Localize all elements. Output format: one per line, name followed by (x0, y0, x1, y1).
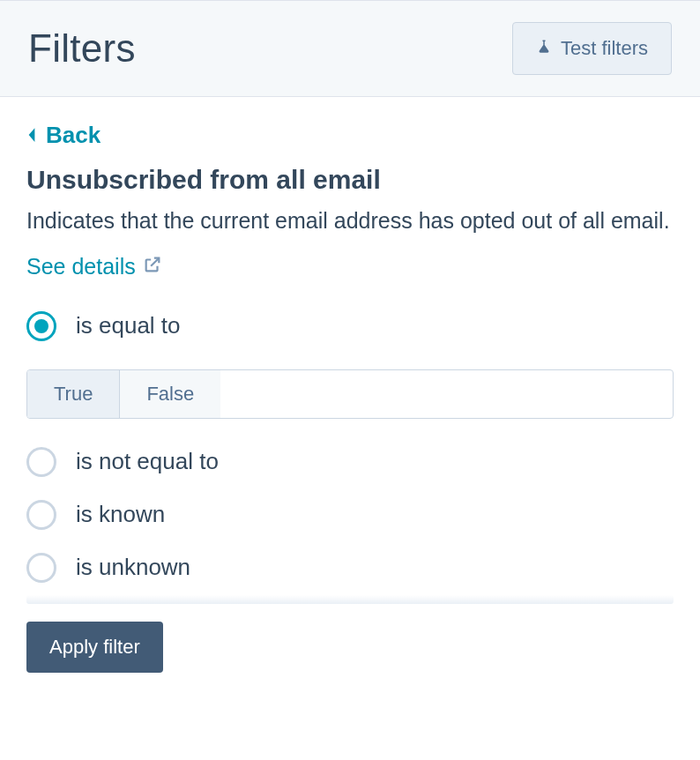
radio-is-known[interactable]: is known (26, 500, 674, 530)
test-filters-button[interactable]: Test filters (512, 22, 672, 75)
radio-indicator (26, 311, 56, 341)
radio-is-not-equal-to[interactable]: is not equal to (26, 447, 674, 477)
header-bar: Filters Test filters (0, 0, 700, 97)
radio-label: is unknown (76, 554, 190, 581)
scroll-fade (26, 595, 674, 604)
radio-label: is known (76, 501, 165, 528)
chevron-left-icon (26, 122, 37, 149)
radio-indicator (26, 447, 56, 477)
back-link[interactable]: Back (26, 122, 101, 149)
test-filters-label: Test filters (561, 37, 648, 60)
page-title: Filters (28, 26, 136, 71)
back-label: Back (46, 122, 101, 149)
operator-radio-group: is equal to True False is not equal to i… (26, 311, 674, 583)
radio-is-unknown[interactable]: is unknown (26, 553, 674, 583)
radio-is-equal-to[interactable]: is equal to (26, 311, 674, 341)
filter-description: Indicates that the current email address… (26, 204, 674, 238)
radio-indicator (26, 553, 56, 583)
filter-title: Unsubscribed from all email (26, 165, 674, 195)
apply-filter-button[interactable]: Apply filter (26, 622, 163, 673)
see-details-label: See details (26, 254, 136, 279)
content-area: Back Unsubscribed from all email Indicat… (0, 97, 700, 690)
radio-label: is not equal to (76, 448, 219, 475)
radio-dot-icon (34, 319, 48, 333)
radio-indicator (26, 500, 56, 530)
external-link-icon (143, 254, 162, 279)
boolean-toggle: True False (26, 369, 674, 419)
flask-icon (536, 37, 552, 60)
boolean-true-option[interactable]: True (27, 370, 119, 418)
see-details-link[interactable]: See details (26, 254, 162, 279)
radio-label: is equal to (76, 312, 181, 339)
boolean-false-option[interactable]: False (119, 370, 220, 418)
